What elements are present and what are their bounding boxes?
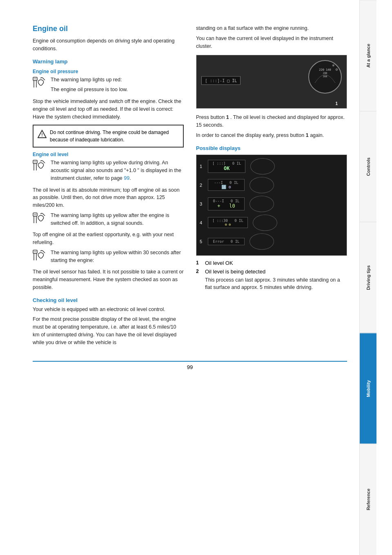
page-footer: 99 — [33, 361, 347, 370]
display-row-1: 1 [ :::] 0 IL OK — [200, 158, 343, 175]
oil-pressure-row1: The warning lamp lights up red: The engi… — [33, 76, 184, 96]
display-row-2: 2 ---I 0 IL 🔢 ⚙ — [200, 177, 343, 193]
display-item-1-label: Oil level OK — [205, 260, 233, 266]
intro-text: Engine oil consumption depends on drivin… — [33, 37, 184, 53]
oil-level-block1-line2: The oil level is at its absolute minimum… — [33, 186, 184, 209]
warning-box-text: Do not continue driving. The engine coul… — [50, 129, 179, 143]
possible-displays-panel: 1 [ :::] 0 IL OK 2 ---I 0 IL 🔢 ⚙ — [196, 154, 347, 256]
sidebar-tab-reference[interactable]: Reference — [360, 444, 376, 555]
page-container: Engine oil Engine oil consumption depend… — [0, 0, 392, 555]
warning-triangle-icon: ! — [38, 130, 47, 139]
checking-oil-level-heading: Checking oil level — [33, 297, 184, 303]
oil-level-block2-line2: Top off engine oil at the earliest oppor… — [33, 231, 184, 246]
oil-pressure-heading: Engine oil pressure — [33, 69, 184, 74]
two-column-layout: Engine oil Engine oil consumption depend… — [33, 25, 347, 349]
sidebar-tab-controls-label: Controls — [366, 157, 371, 176]
svg-text:❄: ❄ — [332, 64, 335, 67]
oil-pressure-text1: The warning lamp lights up red: The engi… — [51, 76, 128, 96]
sidebar-tab-at-a-glance-label: At a glance — [366, 44, 371, 68]
oil-level-row2: The warning lamp lights up yellow after … — [33, 212, 184, 230]
sidebar-tab-at-a-glance[interactable]: At a glance — [360, 0, 376, 111]
svg-text:280: 280 — [323, 72, 327, 74]
warning-lamp-heading: Warning lamp — [33, 58, 184, 65]
display-row-4: 4 [ :::30 0 IL ⚙ ⚙ — [200, 215, 343, 231]
display-item-2-extra: This process can last approx. 3 minutes … — [205, 276, 347, 292]
oil-level-icon1 — [33, 160, 48, 172]
sidebar-tab-controls[interactable]: Controls — [360, 111, 376, 222]
press-button-text: Press button 1 . The oil level is checke… — [196, 114, 347, 129]
svg-text:!: ! — [41, 132, 43, 137]
checking-para3: standing on a flat surface with the engi… — [196, 25, 347, 32]
oil-pressure-text2: Stop the vehicle immediately and switch … — [33, 98, 184, 121]
cluster-button-1-label: 1 — [335, 101, 338, 106]
oil-level-heading: Engine oil level — [33, 152, 184, 157]
svg-text:220 140: 220 140 — [319, 68, 331, 72]
oil-pressure-icon — [33, 77, 48, 90]
oil-level-block3-line2: The oil level sensor has failed. It is n… — [33, 268, 184, 291]
left-column: Engine oil Engine oil consumption depend… — [33, 25, 184, 349]
display-item-2-label: Oil level is being detected — [205, 269, 265, 275]
displays-numbered-list: 1 Oil level OK 2 Oil level is being dete… — [196, 260, 347, 294]
main-content: Engine oil Engine oil consumption depend… — [0, 0, 359, 555]
oil-level-icon3 — [33, 250, 48, 262]
right-column: standing on a flat surface with the engi… — [196, 25, 347, 349]
right-sidebar: At a glance Controls Driving tips Mobili… — [359, 0, 376, 555]
checking-para1: Your vehicle is equipped with an electro… — [33, 306, 184, 313]
checking-para4: You can have the current oil level displ… — [196, 35, 347, 50]
page-title: Engine oil — [33, 25, 184, 33]
oil-level-block1-text: The warning lamp lights up yellow during… — [51, 159, 184, 184]
speedometer-graphic: 220 140 280 360 ❄ ⚙ — [307, 58, 343, 95]
page-number: 99 — [187, 364, 193, 370]
checking-para2: For the most precise possible display of… — [33, 316, 184, 346]
oil-level-row3: The warning lamp lights up yellow within… — [33, 249, 184, 267]
sidebar-tab-driving-tips[interactable]: Driving tips — [360, 222, 376, 333]
oil-level-row1: The warning lamp lights up yellow during… — [33, 159, 184, 184]
cluster-display-left: [ :::]-I □ IL — [201, 76, 241, 87]
oil-level-block3-text: The warning lamp lights up yellow within… — [51, 249, 184, 264]
oil-level-icon2 — [33, 213, 48, 225]
display-row-5: 5 Error 0 IL — [200, 233, 343, 250]
sidebar-tab-driving-tips-label: Driving tips — [366, 265, 371, 290]
warning-box: ! Do not continue driving. The engine co… — [33, 125, 184, 148]
sidebar-tab-mobility-label: Mobility — [366, 380, 371, 397]
oil-level-block2-text: The warning lamp lights up yellow after … — [51, 212, 184, 227]
possible-displays-heading: Possible displays — [196, 145, 347, 151]
instrument-cluster-image: 220 140 280 360 ❄ ⚙ [ :::]-I — [196, 55, 347, 109]
sidebar-tab-mobility[interactable]: Mobility — [360, 333, 376, 444]
cancel-text: In order to cancel the display early, pr… — [196, 132, 347, 139]
svg-text:⚙: ⚙ — [335, 68, 338, 72]
sidebar-tab-reference-label: Reference — [366, 489, 371, 510]
display-list-item-1: 1 Oil level OK — [196, 260, 347, 266]
display-list-item-2: 2 Oil level is being detected This proce… — [196, 269, 347, 294]
display-row-3: 3 0---I 0 IL + l0 — [200, 196, 343, 212]
page-ref-99[interactable]: 99 — [124, 175, 129, 181]
